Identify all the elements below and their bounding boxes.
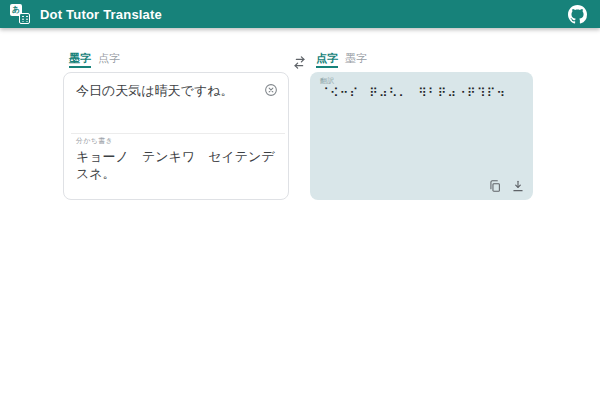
source-text-input[interactable]: 今日の天気は晴天ですね。 (76, 82, 264, 99)
input-section: 墨字 点字 今日の天気は晴天ですね。 分かち書き キョーノ テンキワ セイテンデ… (63, 52, 289, 200)
input-card: 今日の天気は晴天ですね。 分かち書き キョーノ テンキワ セイテンデスネ。 (63, 72, 289, 200)
braille-output-text: ⠈⠪⠒⠎⠀⠟⠴⠣⠄⠀⠻⠃⠟⠴⠐⠟⠹⠏⠲ (320, 85, 525, 101)
app-header: あ Dot Tutor Translate (0, 0, 600, 28)
tab-sumiji-output[interactable]: 墨字 (345, 52, 367, 68)
card-divider (71, 133, 285, 134)
clear-circle-x-icon (264, 83, 278, 97)
output-actions (488, 179, 525, 193)
clear-input-button[interactable] (264, 83, 278, 97)
logo-braille-dots (21, 15, 28, 22)
github-icon (568, 5, 587, 24)
swap-direction-button[interactable] (292, 55, 307, 70)
download-button[interactable] (511, 179, 525, 193)
tab-sumiji-input[interactable]: 墨字 (69, 52, 91, 68)
download-icon (511, 179, 525, 193)
copy-icon (488, 179, 502, 193)
input-tabs: 墨字 点字 (63, 52, 289, 68)
logo-braille-square (19, 13, 30, 24)
wakachigaki-block: 分かち書き キョーノ テンキワ セイテンデスネ。 (76, 136, 278, 182)
source-row: 今日の天気は晴天ですね。 (64, 73, 288, 99)
github-link[interactable] (566, 3, 588, 25)
app-title: Dot Tutor Translate (40, 7, 162, 22)
output-card: 翻訳 ⠈⠪⠒⠎⠀⠟⠴⠣⠄⠀⠻⠃⠟⠴⠐⠟⠹⠏⠲ (310, 72, 533, 200)
main-content: 墨字 点字 今日の天気は晴天ですね。 分かち書き キョーノ テンキワ セイテンデ… (0, 28, 600, 200)
tab-tenji-output[interactable]: 点字 (316, 52, 338, 68)
swap-arrows-icon (292, 55, 307, 70)
wakachigaki-text: キョーノ テンキワ セイテンデスネ。 (76, 148, 278, 182)
copy-button[interactable] (488, 179, 502, 193)
output-section: 点字 墨字 翻訳 ⠈⠪⠒⠎⠀⠟⠴⠣⠄⠀⠻⠃⠟⠴⠐⠟⠹⠏⠲ (310, 52, 533, 200)
app-logo-translate-braille-icon: あ (10, 4, 30, 24)
swap-column (289, 52, 310, 200)
wakachigaki-label: 分かち書き (76, 136, 278, 146)
tab-tenji-input[interactable]: 点字 (98, 52, 120, 68)
output-tabs: 点字 墨字 (310, 52, 533, 68)
